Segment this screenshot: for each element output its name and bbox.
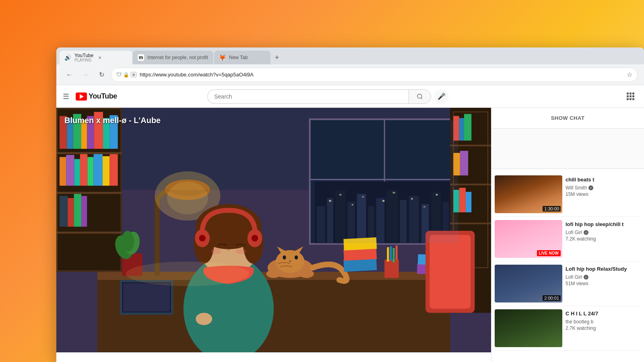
related-videos: 1:30:00 chill beats t Will Smith ✓ 15M v…	[491, 169, 644, 354]
menu-icon[interactable]: ☰	[63, 92, 69, 101]
svg-point-72	[266, 270, 281, 278]
related-video-item[interactable]: C H I L L 24/7 the bootleg b 2.7K watchi…	[495, 306, 641, 351]
svg-rect-55	[56, 232, 122, 234]
tab-bar: 🔊 YouTube PLAYING ✕ m Internet for peopl…	[56, 47, 644, 64]
related-meta-1: 15M views	[566, 191, 641, 197]
video-title-overlay: Blumen x mell-ø - L'Aube	[64, 116, 161, 125]
svg-rect-116	[429, 235, 471, 309]
svg-rect-95	[396, 245, 398, 260]
sidebar: SHOW CHAT 1:30:00 chill beats t	[491, 108, 644, 362]
related-channel-3: Lofi Girl ✓	[566, 274, 641, 280]
related-title-1: chill beats t	[566, 176, 641, 183]
tracking-icon: ⊕	[131, 72, 136, 77]
thumb-duration-3: 2:00:01	[543, 295, 561, 301]
svg-point-83	[199, 235, 205, 241]
channel-name-4: the bootleg b	[566, 319, 593, 325]
verified-icon-3: ✓	[584, 275, 588, 280]
svg-rect-92	[387, 247, 389, 262]
related-thumb-3: 2:00:01	[495, 265, 562, 302]
tab-mozilla[interactable]: m Internet for people, not profit	[133, 51, 213, 64]
related-info-2: lofi hip hop sleep/chill t Lofi Girl ✓ 7…	[566, 220, 641, 258]
video-container[interactable]: Blumen x mell-ø - L'Aube	[56, 108, 491, 352]
show-chat-button[interactable]: SHOW CHAT	[491, 108, 644, 129]
forward-button[interactable]: →	[79, 68, 92, 81]
video-section: Blumen x mell-ø - L'Aube	[56, 108, 491, 362]
related-thumb-2: LIVE NOW	[495, 220, 562, 258]
channel-name-2: Lofi Girl	[566, 230, 582, 235]
tab-new-tab[interactable]: 🦊 New Tab	[214, 51, 270, 64]
verified-icon-2: ✓	[584, 230, 588, 235]
content-area: ☰ YouTube 🎤	[56, 85, 644, 362]
svg-rect-93	[390, 247, 392, 261]
mic-button[interactable]: 🎤	[434, 89, 449, 104]
related-channel-4: the bootleg b	[566, 319, 641, 325]
svg-rect-94	[393, 248, 395, 263]
security-icons: 🛡 🔒 ⊕	[116, 72, 136, 78]
youtube-logo-icon	[76, 93, 87, 101]
video-thumbnail	[56, 108, 491, 352]
svg-point-84	[252, 235, 258, 241]
svg-rect-99	[123, 283, 170, 311]
tab-lofi-title: YouTube	[74, 53, 93, 58]
svg-point-85	[211, 249, 221, 254]
related-title-2: lofi hip hop sleep/chill t	[566, 221, 641, 228]
svg-rect-52	[81, 196, 87, 226]
svg-rect-48	[109, 154, 118, 186]
svg-rect-54	[56, 192, 122, 194]
search-button[interactable]	[409, 89, 431, 104]
new-tab-button[interactable]: +	[271, 52, 283, 63]
search-input[interactable]	[214, 93, 402, 100]
address-bar[interactable]: 🛡 🔒 ⊕ https://www.youtube.com/watch?v=5q…	[111, 68, 638, 82]
related-meta-4: 2.7K watching	[566, 325, 641, 331]
reload-button[interactable]: ↻	[95, 68, 108, 81]
url-text: https://www.youtube.com/watch?v=5qap5aO4…	[140, 72, 623, 78]
tab-firefox-icon: 🦊	[219, 54, 226, 61]
svg-rect-110	[459, 188, 466, 212]
youtube-logo[interactable]: YouTube	[76, 92, 117, 101]
svg-point-86	[236, 249, 246, 254]
thumb-duration-1: 1:30:00	[543, 206, 561, 212]
related-thumb-4	[495, 309, 562, 347]
svg-rect-51	[74, 194, 81, 227]
related-video-item[interactable]: 1:30:00 chill beats t Will Smith ✓ 15M v…	[495, 172, 641, 217]
svg-rect-46	[94, 152, 103, 186]
related-channel-1: Will Smith ✓	[566, 185, 641, 191]
nav-bar: ← → ↻ 🛡 🔒 ⊕ https://www.youtube.com/watc…	[56, 64, 644, 85]
header-right	[623, 89, 638, 104]
apps-button[interactable]	[623, 89, 638, 104]
channel-name-1: Will Smith	[566, 185, 587, 191]
tab-close-lofi[interactable]: ✕	[97, 54, 103, 61]
youtube-main: Blumen x mell-ø - L'Aube SHOW CHAT 1:30:…	[56, 108, 644, 362]
svg-rect-106	[464, 114, 471, 140]
svg-rect-45	[87, 157, 93, 185]
svg-rect-44	[80, 153, 87, 186]
youtube-logo-text: YouTube	[89, 92, 117, 101]
svg-rect-41	[60, 157, 66, 185]
related-video-item[interactable]: 2:00:01 Lofi hip hop Relax/Study Lofi Gi…	[495, 261, 641, 306]
bookmark-button[interactable]: ☆	[627, 71, 632, 78]
tab-lofi[interactable]: 🔊 YouTube PLAYING ✕	[60, 51, 132, 64]
svg-rect-111	[466, 192, 471, 212]
tab-lofi-subtitle: PLAYING	[74, 58, 93, 62]
svg-rect-91	[384, 259, 399, 278]
related-meta-2: 7.2K watching	[566, 236, 641, 242]
youtube-page: ☰ YouTube 🎤	[56, 85, 644, 362]
show-chat-label: SHOW CHAT	[551, 115, 585, 121]
related-video-item[interactable]: LIVE NOW lofi hip hop sleep/chill t Lofi…	[495, 217, 641, 261]
svg-point-70	[283, 255, 286, 259]
related-channel-2: Lofi Girl ✓	[566, 230, 641, 235]
svg-point-87	[196, 313, 212, 325]
search-container: 🎤	[207, 89, 449, 104]
related-thumb-1: 1:30:00	[495, 175, 562, 213]
search-input-wrap[interactable]	[207, 89, 409, 104]
channel-name-3: Lofi Girl	[566, 274, 582, 280]
svg-rect-49	[60, 196, 68, 226]
svg-rect-105	[459, 118, 464, 140]
svg-point-61	[167, 181, 208, 214]
browser-window: 🔊 YouTube PLAYING ✕ m Internet for peopl…	[56, 47, 644, 362]
related-title-3: Lofi hip hop Relax/Study	[566, 265, 641, 273]
svg-rect-43	[74, 159, 80, 185]
svg-rect-118	[311, 120, 458, 243]
svg-point-117	[126, 261, 249, 286]
back-button[interactable]: ←	[63, 68, 76, 81]
